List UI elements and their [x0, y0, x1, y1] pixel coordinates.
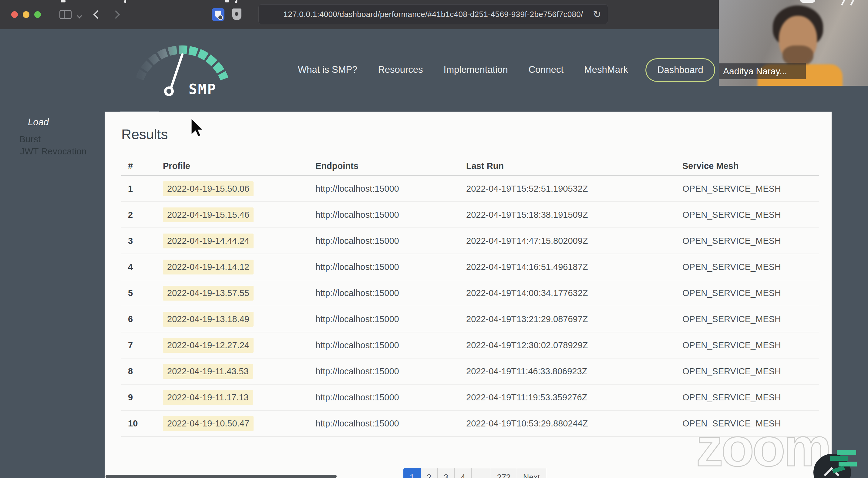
- endpoints-cell: http://localhost:15000: [315, 340, 466, 350]
- table-row: 5 2022-04-19-13.57.55 http://localhost:1…: [121, 280, 819, 306]
- page-title: Results: [121, 126, 168, 142]
- profile-link[interactable]: 2022-04-19-11.43.53: [163, 364, 253, 379]
- close-window-button[interactable]: [11, 11, 18, 18]
- profile-link[interactable]: 2022-04-19-14.44.24: [163, 233, 253, 248]
- last-run-cell: 2022-04-19T11:19:53.359276Z: [466, 392, 682, 403]
- webcam-tile: Aaditya Naray...: [719, 0, 868, 86]
- row-number-cell: 1: [121, 184, 163, 194]
- row-number-cell: 5: [121, 288, 163, 298]
- page-button-4[interactable]: 4: [455, 468, 472, 478]
- profile-cell: 2022-04-19-15.50.06: [163, 181, 315, 196]
- pagination: 1234...272Next: [403, 468, 546, 478]
- sidebar-item-jwt-revocation[interactable]: JWT Revocation: [20, 146, 87, 157]
- endpoints-cell: http://localhost:15000: [315, 184, 466, 194]
- last-run-cell: 2022-04-19T12:30:02.078929Z: [466, 340, 682, 350]
- col-header-last-run: Last Run: [466, 161, 682, 171]
- col-header-endpoints: Endpoints: [315, 161, 466, 171]
- row-number-cell: 10: [121, 419, 163, 428]
- shield-extension-icon[interactable]: [232, 8, 241, 20]
- last-run-cell: 2022-04-19T15:18:38.191509Z: [466, 210, 682, 220]
- service-mesh-cell: OPEN_SERVICE_MESH: [682, 340, 819, 350]
- back-button[interactable]: [93, 10, 102, 19]
- sidebar-toggle-icon[interactable]: [59, 10, 71, 19]
- screen: 127.0.0.1:4000/dashboard/performance/#41…: [0, 0, 868, 478]
- sidebar-item-burst[interactable]: Burst: [20, 134, 41, 145]
- page-button-272[interactable]: 272: [491, 468, 517, 478]
- profile-link[interactable]: 2022-04-19-10.50.47: [163, 416, 253, 431]
- cutoff-text-fragment: [124, 0, 126, 3]
- table-row: 7 2022-04-19-12.27.24 http://localhost:1…: [121, 332, 819, 358]
- last-run-cell: 2022-04-19T14:47:15.802009Z: [466, 236, 682, 246]
- minimize-window-button[interactable]: [23, 11, 29, 18]
- service-mesh-cell: OPEN_SERVICE_MESH: [682, 184, 819, 194]
- privacy-extension-icon[interactable]: [212, 8, 224, 21]
- service-mesh-cell: OPEN_SERVICE_MESH: [682, 367, 819, 376]
- last-run-cell: 2022-04-19T15:52:51.190532Z: [466, 184, 682, 194]
- profile-link[interactable]: 2022-04-19-11.17.13: [163, 390, 253, 405]
- col-header-profile: Profile: [163, 161, 315, 171]
- endpoints-cell: http://localhost:15000: [315, 392, 466, 403]
- profile-cell: 2022-04-19-14.14.12: [163, 260, 315, 275]
- results-table: # Profile Endpoints Last Run Service Mes…: [121, 157, 819, 437]
- service-mesh-cell: OPEN_SERVICE_MESH: [682, 262, 819, 272]
- cutoff-text-fragment: [225, 0, 229, 2]
- profile-link[interactable]: 2022-04-19-15.50.06: [163, 181, 253, 196]
- profile-cell: 2022-04-19-10.50.47: [163, 416, 315, 431]
- chevron-down-icon[interactable]: [77, 13, 82, 19]
- main-nav: What is SMP?ResourcesImplementationConne…: [298, 64, 628, 75]
- profile-link[interactable]: 2022-04-19-12.27.24: [163, 338, 253, 353]
- row-number-cell: 6: [121, 314, 163, 324]
- sidebar-item-load[interactable]: Load: [28, 117, 49, 128]
- page-button-2[interactable]: 2: [421, 468, 438, 478]
- reload-icon[interactable]: ↻: [593, 9, 601, 20]
- last-run-cell: 2022-04-19T10:53:29.880244Z: [466, 419, 682, 428]
- next-page-button[interactable]: Next: [517, 468, 547, 478]
- profile-link[interactable]: 2022-04-19-15.15.46: [163, 208, 253, 222]
- nav-link-what-is-smp[interactable]: What is SMP?: [298, 64, 357, 75]
- nav-link-resources[interactable]: Resources: [378, 64, 423, 75]
- row-number-cell: 7: [121, 340, 163, 350]
- zoom-window-button[interactable]: [34, 11, 41, 18]
- table-row: 8 2022-04-19-11.43.53 http://localhost:1…: [121, 358, 819, 385]
- endpoints-cell: http://localhost:15000: [315, 210, 466, 220]
- col-header-number: #: [121, 161, 163, 171]
- results-table-body: 1 2022-04-19-15.50.06 http://localhost:1…: [121, 176, 819, 437]
- nav-link-implementation[interactable]: Implementation: [444, 64, 508, 75]
- profile-cell: 2022-04-19-13.18.49: [163, 312, 315, 327]
- profile-cell: 2022-04-19-11.43.53: [163, 364, 315, 379]
- endpoints-cell: http://localhost:15000: [315, 367, 466, 376]
- nav-link-meshmark[interactable]: MeshMark: [584, 64, 628, 75]
- address-bar[interactable]: 127.0.0.1:4000/dashboard/performance/#41…: [258, 4, 608, 24]
- row-number-cell: 3: [121, 236, 163, 246]
- page-button-...[interactable]: ...: [472, 468, 491, 478]
- participant-name-label: Aaditya Naray...: [719, 63, 806, 79]
- endpoints-cell: http://localhost:15000: [315, 288, 466, 298]
- table-row: 9 2022-04-19-11.17.13 http://localhost:1…: [121, 385, 819, 411]
- row-number-cell: 2: [121, 210, 163, 220]
- last-run-cell: 2022-04-19T11:46:33.806923Z: [466, 367, 682, 376]
- service-mesh-cell: OPEN_SERVICE_MESH: [682, 314, 819, 324]
- forward-button[interactable]: [112, 10, 120, 19]
- profile-link[interactable]: 2022-04-19-13.18.49: [163, 312, 253, 327]
- profile-link[interactable]: 2022-04-19-13.57.55: [163, 286, 253, 300]
- page-button-1[interactable]: 1: [403, 468, 421, 478]
- table-row: 3 2022-04-19-14.44.24 http://localhost:1…: [121, 228, 819, 254]
- service-mesh-cell: OPEN_SERVICE_MESH: [682, 392, 819, 403]
- endpoints-cell: http://localhost:15000: [315, 262, 466, 272]
- gauge-needle: [171, 55, 182, 88]
- row-number-cell: 4: [121, 262, 163, 272]
- page-button-3[interactable]: 3: [438, 468, 455, 478]
- last-run-cell: 2022-04-19T13:21:29.087697Z: [466, 314, 682, 324]
- nav-link-connect[interactable]: Connect: [529, 64, 563, 75]
- last-run-cell: 2022-04-19T14:16:51.496187Z: [466, 262, 682, 272]
- endpoints-cell: http://localhost:15000: [315, 419, 466, 428]
- profile-cell: 2022-04-19-12.27.24: [163, 338, 315, 353]
- horizontal-scrollbar[interactable]: [105, 475, 337, 478]
- profile-link[interactable]: 2022-04-19-14.14.12: [163, 260, 253, 275]
- endpoints-cell: http://localhost:15000: [315, 314, 466, 324]
- last-run-cell: 2022-04-19T14:00:34.177632Z: [466, 288, 682, 298]
- layer5-logo-icon: [830, 450, 858, 473]
- table-header-row: # Profile Endpoints Last Run Service Mes…: [121, 157, 819, 176]
- smp-logo[interactable]: SMP: [136, 42, 252, 98]
- nav-link-dashboard-active[interactable]: Dashboard: [645, 58, 715, 82]
